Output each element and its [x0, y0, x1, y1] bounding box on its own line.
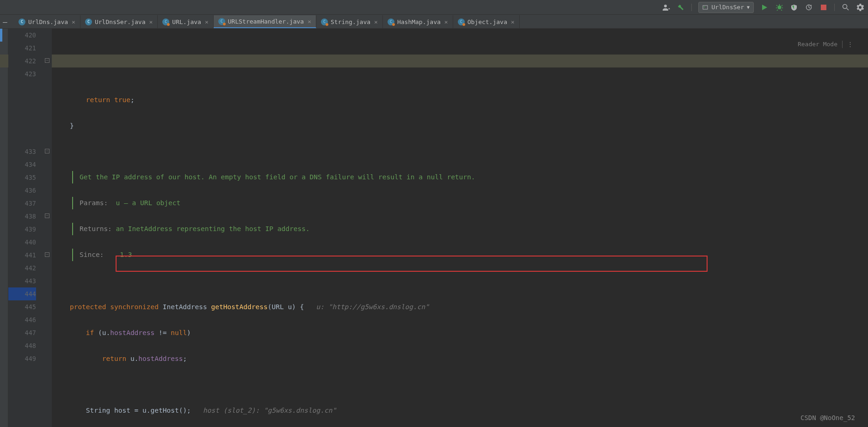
- method-name: getHostAddress: [211, 303, 267, 311]
- svg-point-2: [777, 6, 781, 9]
- close-icon[interactable]: ×: [511, 18, 515, 25]
- chevron-down-icon: ▼: [747, 5, 750, 10]
- fold-icon[interactable]: –: [45, 214, 49, 218]
- debug-icon[interactable]: [775, 3, 783, 12]
- close-icon[interactable]: ×: [444, 18, 448, 25]
- tab-label: String.java: [331, 18, 370, 25]
- expand-sidebar-icon[interactable]: —: [3, 18, 7, 26]
- gear-icon[interactable]: [856, 3, 864, 12]
- svg-rect-0: [703, 6, 708, 9]
- type: InetAddress: [163, 303, 207, 311]
- java-file-icon: C: [85, 18, 92, 25]
- watermark: CSDN @NoOne_52: [800, 414, 855, 421]
- coverage-icon[interactable]: [790, 3, 798, 12]
- main-toolbar: UrlDnsSer ▼: [0, 0, 868, 15]
- tab-file[interactable]: CString.java×: [316, 15, 383, 28]
- fold-icon[interactable]: –: [45, 58, 49, 63]
- java-class-icon: C: [458, 18, 465, 25]
- svg-rect-1: [704, 6, 705, 7]
- reader-mode-label: Reader Mode: [798, 38, 837, 51]
- kw: protected synchronized: [70, 303, 159, 311]
- line-number: 420: [8, 29, 36, 42]
- divider: [842, 41, 843, 48]
- stop-icon[interactable]: [819, 3, 828, 12]
- doc-text: representing the host IP address.: [172, 225, 310, 232]
- tab-file[interactable]: CHashMap.java×: [383, 15, 453, 28]
- doc-label: Returns:: [80, 225, 112, 232]
- field: hostAddress: [138, 355, 183, 362]
- var: host: [114, 407, 130, 414]
- fold-column: – – – –: [44, 29, 52, 427]
- close-icon[interactable]: ×: [374, 18, 378, 25]
- line-number: 422: [8, 55, 36, 67]
- line-number: 433: [8, 145, 36, 158]
- line-number: 447: [8, 326, 36, 339]
- doc-code: InetAddress: [128, 225, 172, 232]
- tab-file[interactable]: CObject.java×: [453, 15, 520, 28]
- line-number: 434: [8, 158, 36, 171]
- tab-label: UrlDns.java: [28, 18, 68, 25]
- doc-summary: Get the IP address of our host. An empty…: [80, 173, 475, 181]
- close-icon[interactable]: ×: [308, 18, 311, 25]
- line-number: 448: [8, 339, 36, 352]
- code-editor[interactable]: 420 421 422 423 433 434 435 436 437 438 …: [0, 29, 868, 427]
- kw: return: [86, 96, 110, 104]
- doc-label: Since:: [80, 251, 104, 258]
- user-icon[interactable]: [662, 3, 670, 12]
- line-number: [8, 106, 36, 119]
- call: getHost: [151, 407, 179, 414]
- close-icon[interactable]: ×: [72, 18, 75, 25]
- close-icon[interactable]: ×: [149, 18, 153, 25]
- tab-file[interactable]: CUrlDns.java×: [14, 15, 80, 28]
- run-icon[interactable]: [760, 3, 769, 12]
- doc-text: an: [116, 225, 128, 232]
- java-class-icon: C: [162, 18, 169, 25]
- line-number: 442: [8, 262, 36, 274]
- kw: true: [114, 96, 130, 104]
- code-area[interactable]: Reader Mode ⋮ return true; } Get the IP …: [52, 29, 868, 427]
- line-number: 421: [8, 42, 36, 55]
- line-gutter: 420 421 422 423 433 434 435 436 437 438 …: [8, 29, 44, 427]
- toolbar-divider: [691, 4, 692, 11]
- run-config-selector[interactable]: UrlDnsSer ▼: [698, 2, 754, 13]
- tab-label: HashMap.java: [397, 18, 441, 25]
- line-number: 437: [8, 197, 36, 210]
- line-number: [8, 132, 36, 145]
- java-class-icon: C: [321, 18, 328, 25]
- line-number: 423: [8, 67, 36, 80]
- tab-file[interactable]: CUrlDnsSer.java×: [80, 15, 158, 28]
- close-icon[interactable]: ×: [205, 18, 209, 25]
- fold-icon[interactable]: –: [45, 252, 49, 257]
- search-icon[interactable]: [841, 3, 850, 12]
- inline-hint: u: "http://g5w6xs.dnslog.cn": [316, 303, 429, 311]
- tab-label: URLStreamHandler.java: [228, 18, 304, 25]
- doc-since: 1.3: [120, 251, 132, 258]
- line-number: 441: [8, 249, 36, 262]
- profiler-icon[interactable]: [805, 3, 813, 12]
- line-number: [8, 119, 36, 132]
- reader-mode-toggle[interactable]: Reader Mode ⋮: [798, 38, 854, 51]
- inline-hint: host (slot_2): "g5w6xs.dnslog.cn": [203, 407, 336, 414]
- line-number: 446: [8, 313, 36, 326]
- line-number: [8, 93, 36, 106]
- param: u: [288, 303, 292, 311]
- tab-label: URL.java: [172, 18, 201, 25]
- hammer-icon[interactable]: [677, 3, 685, 12]
- run-config-label: UrlDnsSer: [712, 4, 744, 11]
- java-class-icon: C: [218, 18, 225, 25]
- doc-params: u – a URL object: [116, 199, 181, 207]
- line-number: 440: [8, 236, 36, 249]
- line-number: 444: [8, 287, 36, 300]
- tab-file[interactable]: CURLStreamHandler.java×: [214, 15, 316, 28]
- javadoc-block: Get the IP address of our host. An empty…: [72, 171, 868, 183]
- more-icon[interactable]: ⋮: [847, 38, 854, 51]
- java-class-icon: C: [388, 18, 394, 25]
- type: URL: [271, 303, 283, 311]
- tab-file[interactable]: CURL.java×: [158, 15, 213, 28]
- line-number: 445: [8, 300, 36, 313]
- java-file-icon: C: [18, 18, 25, 25]
- left-edge-gutter: [0, 29, 8, 427]
- fold-icon[interactable]: –: [45, 149, 49, 153]
- toolbar-divider: [834, 4, 835, 11]
- line-number: 435: [8, 171, 36, 184]
